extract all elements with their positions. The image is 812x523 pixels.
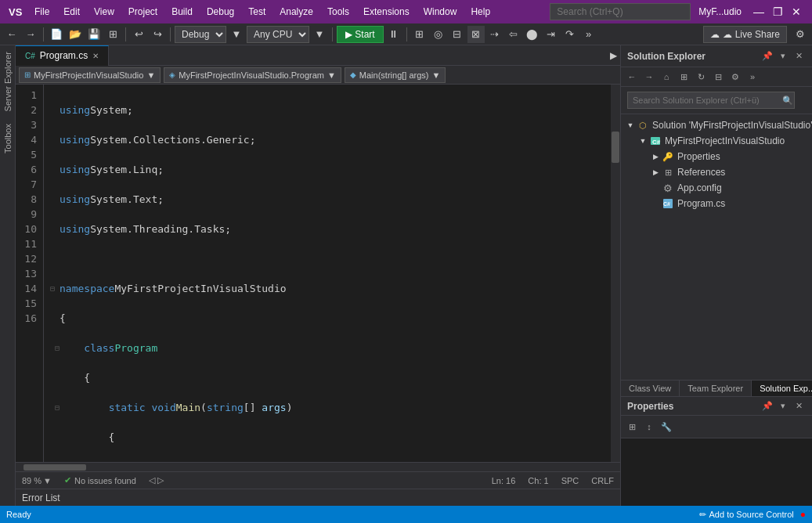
vertical-scrollbar[interactable] <box>611 85 620 462</box>
zoom-dropdown[interactable]: 89 % ▼ <box>22 476 52 485</box>
undo-button[interactable]: ↩ <box>130 26 147 43</box>
redo-button[interactable]: ↪ <box>149 26 166 43</box>
breadcrumb-dropdown-icon: ▼ <box>146 70 155 80</box>
toolbar-misc3[interactable]: ⊟ <box>449 26 466 43</box>
menu-view[interactable]: View <box>88 5 121 19</box>
prop-wrench-btn[interactable]: 🔧 <box>659 419 674 435</box>
h-scrollbar-thumb[interactable] <box>23 464 86 471</box>
breadcrumb-class[interactable]: ◈ MyFirstProjectInVisualStudio.Program ▼ <box>164 67 341 83</box>
references-arrow[interactable]: ▶ <box>649 168 662 176</box>
breadcrumb-member-label: Main(string[] args) <box>359 70 429 80</box>
menu-debug[interactable]: Debug <box>200 5 240 19</box>
breadcrumb-project[interactable]: ⊞ MyFirstProjectInVisualStudio ▼ <box>19 67 161 83</box>
pin-button[interactable]: 📌 <box>760 49 774 63</box>
toolbar-more[interactable]: » <box>580 26 597 43</box>
collapse-icon-11[interactable]: ⊟ <box>50 400 60 415</box>
nav-dropdown[interactable]: ◁ ▷ <box>149 475 164 485</box>
team-explorer-tab[interactable]: Team Explorer <box>680 381 752 396</box>
tab-scroll-button[interactable]: ▶ <box>607 50 620 61</box>
se-search-icon: 🔍 <box>782 96 793 106</box>
menu-analyze[interactable]: Analyze <box>273 5 319 19</box>
start-button[interactable]: ▶ Start <box>337 26 384 43</box>
debug-config-arrow[interactable]: ▼ <box>228 26 245 43</box>
editor-tab-programcs[interactable]: C# Program.cs ✕ <box>16 45 109 66</box>
menu-project[interactable]: Project <box>122 5 164 19</box>
properties-arrow[interactable]: ▶ <box>649 153 662 161</box>
horizontal-scrollbar[interactable] <box>16 462 620 471</box>
debug-config-dropdown[interactable]: Debug <box>175 26 226 43</box>
new-project-button[interactable]: 📄 <box>48 26 65 43</box>
save-button[interactable]: 💾 <box>85 26 103 43</box>
code-content[interactable]: using System; using System.Collections.G… <box>44 85 611 462</box>
se-refresh-btn[interactable]: ↻ <box>693 69 709 85</box>
collapse-icon-7[interactable]: ⊟ <box>50 281 60 296</box>
collapse-icon-1[interactable] <box>50 103 60 117</box>
forward-button[interactable]: → <box>22 26 39 43</box>
minimize-button[interactable]: — <box>749 2 768 21</box>
se-forward-btn[interactable]: → <box>641 69 657 85</box>
liveshare-button[interactable]: ☁ ☁ Live Share <box>703 26 787 43</box>
project-arrow[interactable]: ▼ <box>637 137 649 145</box>
menu-edit[interactable]: Edit <box>57 5 86 19</box>
toolbar-misc1[interactable]: ⊞ <box>411 26 428 43</box>
prop-alphabetical-btn[interactable]: ↕ <box>641 419 657 435</box>
se-show-all-btn[interactable]: ⊞ <box>676 69 691 85</box>
solution-explorer-tab[interactable]: Solution Exp... <box>752 381 812 396</box>
title-search-input[interactable] <box>550 3 691 20</box>
prop-more-button[interactable]: ▾ <box>776 399 790 413</box>
se-settings-btn[interactable]: ⚙ <box>727 69 743 85</box>
breakpoint-button[interactable]: ⬤ <box>524 26 541 43</box>
feedback-button[interactable]: ⚙ <box>792 26 809 43</box>
tree-item-properties[interactable]: ▶ 🔑 Properties <box>621 149 812 164</box>
se-search-input[interactable] <box>627 92 795 109</box>
tree-item-references[interactable]: ▶ ⊞ References <box>621 164 812 180</box>
class-view-tab[interactable]: Class View <box>621 381 680 396</box>
back-button[interactable]: ← <box>3 26 20 43</box>
breadcrumb-member[interactable]: ◆ Main(string[] args) ▼ <box>345 67 446 83</box>
source-control-button[interactable]: ✏ Add to Source Control <box>699 510 794 520</box>
menu-build[interactable]: Build <box>165 5 199 19</box>
tab-close-button[interactable]: ✕ <box>92 52 99 60</box>
save-all-button[interactable]: ⊞ <box>104 26 121 43</box>
panel-close-button[interactable]: ✕ <box>792 49 806 63</box>
menu-extensions[interactable]: Extensions <box>357 5 416 19</box>
toolbar-misc5[interactable]: ⇢ <box>486 26 503 43</box>
main-toolbar: ← → 📄 📂 💾 ⊞ ↩ ↪ Debug ▼ Any CPU ▼ ▶ Star… <box>0 23 812 45</box>
toolbar-misc4[interactable]: ⊠ <box>467 26 485 43</box>
tree-item-solution[interactable]: ▼ ⬡ Solution 'MyFirstProjectInVisualStud… <box>621 117 812 133</box>
prop-categorized-btn[interactable]: ⊞ <box>624 419 640 435</box>
menu-file[interactable]: File <box>28 5 56 19</box>
close-button[interactable]: ✕ <box>787 2 806 21</box>
breadcrumb-bar: ⊞ MyFirstProjectInVisualStudio ▼ ◈ MyFir… <box>16 66 620 85</box>
prop-close-button[interactable]: ✕ <box>792 399 806 413</box>
collapse-icon-9[interactable]: ⊟ <box>50 341 60 355</box>
step-over-button[interactable]: ⇥ <box>543 26 560 43</box>
step-into-button[interactable]: ↷ <box>561 26 579 43</box>
solution-arrow[interactable]: ▼ <box>624 121 637 129</box>
menu-window[interactable]: Window <box>417 5 464 19</box>
se-home-btn[interactable]: ⌂ <box>659 69 674 85</box>
toolbox-tab[interactable]: Toolbox <box>0 117 15 160</box>
se-back-btn[interactable]: ← <box>624 69 640 85</box>
toolbar-misc2[interactable]: ◎ <box>430 26 447 43</box>
platform-dropdown[interactable]: Any CPU <box>247 26 309 43</box>
menu-test[interactable]: Test <box>242 5 272 19</box>
scrollbar-thumb[interactable] <box>612 132 619 163</box>
restore-button[interactable]: ❐ <box>768 2 787 21</box>
prop-pin-button[interactable]: 📌 <box>760 399 774 413</box>
error-indicator[interactable]: ● <box>800 509 806 520</box>
se-collapse-btn[interactable]: ⊟ <box>710 69 726 85</box>
menu-help[interactable]: Help <box>464 5 496 19</box>
se-more-btn[interactable]: » <box>745 69 760 85</box>
server-explorer-tab[interactable]: Server Explorer <box>0 45 15 117</box>
tree-item-programcs[interactable]: C# Program.cs <box>621 196 812 211</box>
pause-button[interactable]: ⏸ <box>385 26 402 43</box>
platform-arrow[interactable]: ▼ <box>311 26 328 43</box>
toolbar-misc6[interactable]: ⇦ <box>505 26 522 43</box>
open-button[interactable]: 📂 <box>67 26 84 43</box>
tree-item-project[interactable]: ▼ C# MyFirstProjectInVisualStudio <box>621 133 812 149</box>
menu-tools[interactable]: Tools <box>321 5 355 19</box>
panel-more-button[interactable]: ▾ <box>776 49 790 63</box>
tree-item-appconfig[interactable]: ⚙ App.config <box>621 180 812 196</box>
properties-label: Properties <box>677 151 720 162</box>
